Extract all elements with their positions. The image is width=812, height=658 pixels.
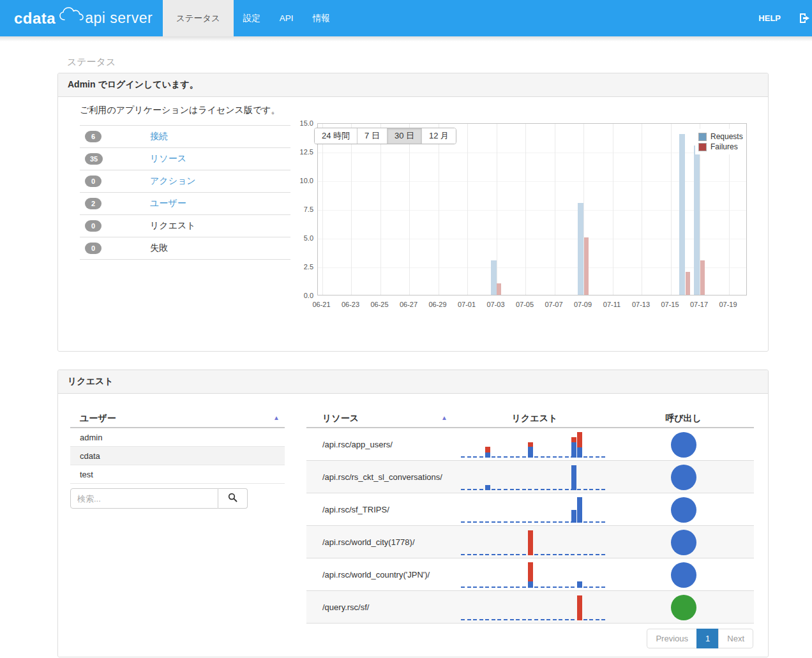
chart-bar-requests <box>578 203 583 295</box>
legend-label: Requests <box>710 132 743 141</box>
x-axis-tick-label: 07-09 <box>569 301 597 308</box>
range-button-12月[interactable]: 12 月 <box>421 128 456 144</box>
navbar-shadow <box>0 36 812 41</box>
resource-path: /api.rsc/world_country('JPN')/ <box>306 558 456 591</box>
call-status-dot[interactable] <box>671 562 696 588</box>
users-column-header[interactable]: ユーザー ▲ <box>70 408 285 428</box>
main-content: ステータス Admin でログインしています。 ご利用のアプリケーションはライセ… <box>0 41 812 657</box>
logout-icon[interactable] <box>799 12 811 24</box>
logo-cdata-text: cdata <box>14 10 56 27</box>
gridline <box>642 124 642 295</box>
navbar: cdata api server ステータス 設定 API 情報 HELP <box>0 0 812 36</box>
resource-row: /api.rsc/sf_TRIPS/ <box>306 493 754 526</box>
user-search-input[interactable] <box>70 488 218 509</box>
x-axis-tick-label: 06-25 <box>366 301 394 308</box>
request-sparkline <box>461 526 608 558</box>
page-title: ステータス <box>67 56 812 68</box>
tab-settings[interactable]: 設定 <box>234 0 270 36</box>
resource-header-label: リソース <box>322 413 359 423</box>
resource-path: /api.rsc/rs_ckt_sl_conversations/ <box>306 461 456 493</box>
resources-table: リソース ▲ リクエスト 呼び出し /api.rsc/app_users/ /a… <box>306 408 754 624</box>
y-axis-tick-label: 5.0 <box>290 234 313 242</box>
gridline <box>409 124 410 295</box>
x-axis-tick-label: 07-13 <box>627 301 655 308</box>
chart-bar-failures <box>584 237 589 295</box>
sparkline-bar <box>571 437 576 458</box>
call-status-dot[interactable] <box>671 432 696 458</box>
requests-column-header: リクエスト <box>456 408 613 428</box>
tab-info[interactable]: 情報 <box>303 0 340 36</box>
chart-plot-area <box>317 123 747 295</box>
x-axis-tick-label: 06-27 <box>395 301 423 308</box>
legend-label: Failures <box>710 142 738 151</box>
y-axis-tick-label: 0.0 <box>290 292 313 299</box>
y-axis-tick-label: 12.5 <box>290 148 313 156</box>
call-status-dot[interactable] <box>671 595 696 620</box>
sparkline-baseline <box>461 521 608 523</box>
sparkline-bar <box>571 465 576 490</box>
user-row-cdata[interactable]: cdata <box>70 447 285 465</box>
x-axis-tick-label: 06-23 <box>336 301 365 308</box>
sparkline-baseline <box>461 456 608 458</box>
gridline <box>525 124 526 295</box>
resource-row: /api.rsc/world_country('JPN')/ <box>306 558 754 591</box>
y-axis-tick-label: 10.0 <box>290 177 313 184</box>
chart-range-buttons: 24 時間7 日30 日12 月 <box>314 128 456 144</box>
nav-tabs: ステータス 設定 API 情報 <box>163 0 340 36</box>
chart-bar-requests <box>491 260 497 295</box>
call-status-dot[interactable] <box>671 530 696 555</box>
x-axis-tick-label: 07-17 <box>685 301 713 308</box>
app-logo: cdata api server <box>14 0 153 36</box>
call-status-dot[interactable] <box>671 465 696 490</box>
gridline <box>497 124 497 295</box>
pagination: Previous 1 Next <box>647 629 753 648</box>
gridline <box>555 124 555 295</box>
sparkline-bar <box>577 595 582 620</box>
pagination-page-1[interactable]: 1 <box>696 629 719 648</box>
user-search-button[interactable] <box>218 488 248 509</box>
sparkline-bar <box>577 432 582 458</box>
cloud-icon <box>59 7 84 24</box>
sparkline-bar <box>577 497 582 523</box>
status-panel: Admin でログインしています。 ご利用のアプリケーションはライセンス版です。… <box>57 73 769 352</box>
tab-status[interactable]: ステータス <box>163 0 234 36</box>
sparkline-bar <box>571 510 576 523</box>
legend-swatch <box>698 133 707 141</box>
range-button-7日[interactable]: 7 日 <box>357 128 387 144</box>
user-row-test[interactable]: test <box>70 465 285 484</box>
request-sparkline <box>461 591 608 624</box>
resource-column-header[interactable]: リソース ▲ <box>306 408 456 428</box>
range-button-30日[interactable]: 30 日 <box>387 128 421 144</box>
tab-api[interactable]: API <box>270 0 303 36</box>
users-table: ユーザー ▲ admin cdata test <box>70 408 285 509</box>
gridline <box>322 124 323 295</box>
requests-panel-heading: リクエスト <box>58 370 768 394</box>
sort-asc-icon[interactable]: ▲ <box>441 408 447 428</box>
help-link[interactable]: HELP <box>758 13 781 23</box>
call-status-dot[interactable] <box>671 497 696 523</box>
nav-right: HELP <box>758 0 812 36</box>
legend-swatch <box>698 143 707 151</box>
gridline <box>439 124 439 295</box>
legend-item: Requests <box>698 132 743 141</box>
chart-bar-failures <box>700 260 705 295</box>
gridline <box>671 124 672 295</box>
resources-table-header: リソース ▲ リクエスト 呼び出し <box>306 408 754 428</box>
chart-bar-requests <box>694 146 700 295</box>
gridline <box>613 124 613 295</box>
legend-item: Failures <box>698 142 743 151</box>
users-header-label: ユーザー <box>80 413 116 423</box>
x-axis-tick-label: 07-15 <box>656 301 684 308</box>
sparkline-bar <box>485 485 490 490</box>
range-button-24時間[interactable]: 24 時間 <box>315 128 357 144</box>
pagination-next[interactable]: Next <box>718 629 753 648</box>
sparkline-bar <box>485 447 490 458</box>
pagination-previous[interactable]: Previous <box>647 629 697 648</box>
y-axis-tick-label: 15.0 <box>290 119 313 127</box>
chart-bar-failures <box>497 283 501 295</box>
x-axis-tick-label: 07-11 <box>598 301 626 308</box>
user-search <box>70 488 285 509</box>
sort-asc-icon[interactable]: ▲ <box>273 408 280 428</box>
request-sparkline <box>461 558 608 591</box>
user-row-admin[interactable]: admin <box>70 428 285 447</box>
